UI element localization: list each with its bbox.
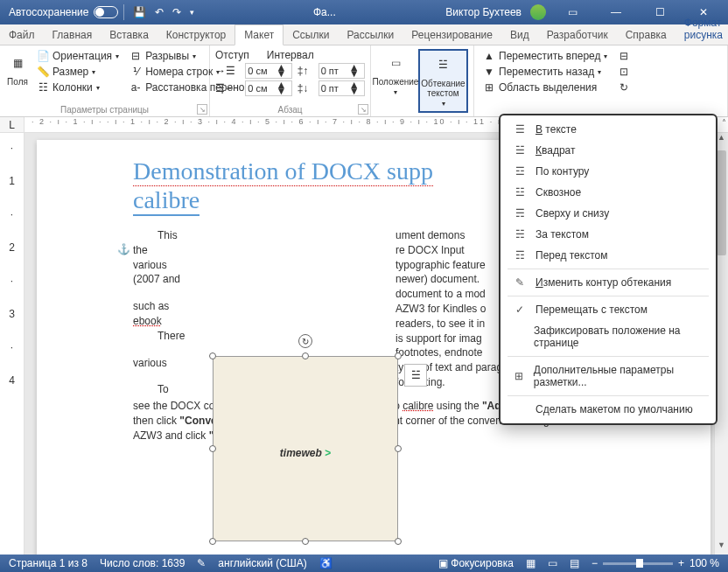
menu-wrap-tight[interactable]: ☲По контуру xyxy=(500,161,716,182)
toggle-switch-icon[interactable] xyxy=(94,6,118,18)
menu-wrap-through[interactable]: ☳Сквозное xyxy=(500,182,716,203)
indent-right-input[interactable]: ▲▼ xyxy=(245,80,291,96)
dialog-launcher-icon[interactable]: ↘ xyxy=(197,104,207,115)
position-icon: ▭ xyxy=(383,51,408,75)
rotate-icon: ↻ xyxy=(618,81,630,94)
collapse-ribbon-icon[interactable]: ˄ xyxy=(722,118,726,128)
layout-options-icon[interactable]: ☱ xyxy=(404,364,427,387)
ribbon-display-icon[interactable]: ▭ xyxy=(555,0,590,24)
status-language[interactable]: английский (США) xyxy=(218,557,306,569)
infront-icon: ☶ xyxy=(513,249,527,262)
quick-access-toolbar: 💾 ↶ ↷ ▾ xyxy=(124,6,203,18)
anchor-icon[interactable]: ⚓ xyxy=(117,243,130,255)
tab-developer[interactable]: Разработчик xyxy=(538,25,617,45)
zoom-control[interactable]: − + 100 % xyxy=(592,557,719,569)
status-page[interactable]: Страница 1 из 8 xyxy=(9,557,88,569)
zoom-out-icon[interactable]: − xyxy=(592,557,598,569)
resize-handle[interactable] xyxy=(209,352,216,359)
margins-button[interactable]: ▦ Поля xyxy=(5,49,30,113)
tab-help[interactable]: Справка xyxy=(617,25,676,45)
menu-edit-wrap-points[interactable]: ✎Изменить контур обтекания xyxy=(500,272,716,293)
resize-handle[interactable] xyxy=(302,538,309,545)
indent-label: Отступ xyxy=(215,49,249,61)
spellcheck-icon[interactable]: ✎ xyxy=(197,557,206,569)
redo-icon[interactable]: ↷ xyxy=(172,6,181,18)
heading[interactable]: Demonstration of DOCX supp xyxy=(133,157,433,186)
position-button[interactable]: ▭ Положение ▾ xyxy=(376,49,415,113)
spacing-before-input[interactable]: ▲▼ xyxy=(318,63,365,79)
scroll-down-icon[interactable]: ▼ xyxy=(715,541,728,555)
align-button[interactable]: ⊟ xyxy=(614,49,634,63)
selected-image[interactable]: timeweb > ↻ ☱ xyxy=(214,357,397,541)
selection-pane-button[interactable]: ⊞Область выделения xyxy=(480,80,611,94)
view-web-icon[interactable]: ▤ xyxy=(570,557,579,569)
ribbon: ▦ Поля 📄Ориентация▾ 📏Размер▾ ☷Колонки▾ ⊟… xyxy=(0,45,728,117)
columns-button[interactable]: ☷Колонки▾ xyxy=(33,80,122,94)
menu-wrap-behind[interactable]: ☵За текстом xyxy=(500,224,716,245)
wrap-text-button[interactable]: ☱ Обтекание текстом ▾ xyxy=(418,49,468,113)
resize-handle[interactable] xyxy=(395,538,402,545)
size-button[interactable]: 📏Размер▾ xyxy=(33,65,122,79)
rotate-button[interactable]: ↻ xyxy=(614,80,634,94)
more-options-icon: ⊞ xyxy=(513,370,525,382)
tab-review[interactable]: Рецензирование xyxy=(402,25,501,45)
dialog-launcher-icon[interactable]: ↘ xyxy=(358,104,368,115)
zoom-in-icon[interactable]: + xyxy=(678,557,684,569)
user-name[interactable]: Виктор Бухтеев xyxy=(445,6,522,18)
bring-forward-button[interactable]: ▲Переместить вперед▾ xyxy=(480,49,611,63)
group-arrange-left: ▭ Положение ▾ ☱ Обтекание текстом ▾ xyxy=(371,45,474,116)
maximize-icon[interactable]: ☐ xyxy=(642,0,677,24)
menu-set-default[interactable]: Сделать макетом по умолчанию xyxy=(500,399,716,420)
tab-layout[interactable]: Макет xyxy=(234,24,284,45)
accessibility-icon[interactable]: ♿ xyxy=(319,557,332,569)
save-icon[interactable]: 💾 xyxy=(133,6,146,18)
tab-file[interactable]: Файл xyxy=(0,25,44,45)
avatar-icon[interactable] xyxy=(530,4,546,20)
menu-wrap-topbottom[interactable]: ☴Сверху и снизу xyxy=(500,203,716,224)
menu-move-with-text[interactable]: Перемещать с текстом xyxy=(500,299,716,320)
tab-home[interactable]: Главная xyxy=(44,25,102,45)
resize-handle[interactable] xyxy=(395,445,402,452)
group-icon: ⊡ xyxy=(618,66,630,78)
menu-wrap-square[interactable]: ☱Квадрат xyxy=(500,140,716,161)
spacing-after-icon: ‡↓ xyxy=(298,82,313,94)
group-button[interactable]: ⊡ xyxy=(614,65,634,79)
tab-mailings[interactable]: Рассылки xyxy=(338,25,402,45)
zoom-value[interactable]: 100 % xyxy=(690,557,719,569)
zoom-slider[interactable] xyxy=(603,562,673,565)
menu-fix-position[interactable]: Зафиксировать положение на странице xyxy=(500,320,716,353)
resize-handle[interactable] xyxy=(302,352,309,359)
tab-picture-format[interactable]: Формат рисунка xyxy=(676,13,728,45)
tab-design[interactable]: Конструктор xyxy=(158,25,234,45)
tab-references[interactable]: Ссылки xyxy=(284,25,338,45)
spacing-after-input[interactable]: ▲▼ xyxy=(318,80,365,96)
status-words[interactable]: Число слов: 1639 xyxy=(100,557,185,569)
resize-handle[interactable] xyxy=(209,538,216,545)
tight-icon: ☲ xyxy=(513,165,527,178)
square-icon: ☱ xyxy=(513,144,527,157)
minimize-icon[interactable]: — xyxy=(598,0,634,24)
orientation-button[interactable]: 📄Ориентация▾ xyxy=(33,49,122,63)
rotate-handle-icon[interactable]: ↻ xyxy=(298,334,312,348)
image-logo-text: timeweb > xyxy=(280,436,331,463)
qat-customize-icon[interactable]: ▾ xyxy=(190,8,194,17)
through-icon: ☳ xyxy=(513,186,527,199)
indent-left-input[interactable]: ▲▼ xyxy=(245,63,291,79)
scroll-thumb[interactable] xyxy=(717,150,726,255)
resize-handle[interactable] xyxy=(395,352,402,359)
heading[interactable]: calibre xyxy=(133,186,200,216)
menu-more-layout-options[interactable]: ⊞Дополнительные параметры разметки... xyxy=(500,359,716,393)
tab-view[interactable]: Вид xyxy=(501,25,538,45)
resize-handle[interactable] xyxy=(209,445,216,452)
menu-wrap-inline[interactable]: ☰В тексте xyxy=(500,119,716,140)
selection-pane-icon: ⊞ xyxy=(483,81,495,94)
tab-insert[interactable]: Вставка xyxy=(101,25,158,45)
undo-icon[interactable]: ↶ xyxy=(155,6,164,18)
vertical-ruler[interactable]: ·1·2·3·4 xyxy=(0,133,24,555)
view-print-icon[interactable]: ▦ xyxy=(526,557,536,569)
autosave-toggle[interactable]: Автосохранение xyxy=(4,6,123,18)
menu-wrap-infront[interactable]: ☶Перед текстом xyxy=(500,245,716,266)
view-read-icon[interactable]: ▭ xyxy=(548,557,557,569)
focus-mode-button[interactable]: ▣ Фокусировка xyxy=(438,557,514,569)
send-backward-button[interactable]: ▼Переместить назад▾ xyxy=(480,65,611,79)
